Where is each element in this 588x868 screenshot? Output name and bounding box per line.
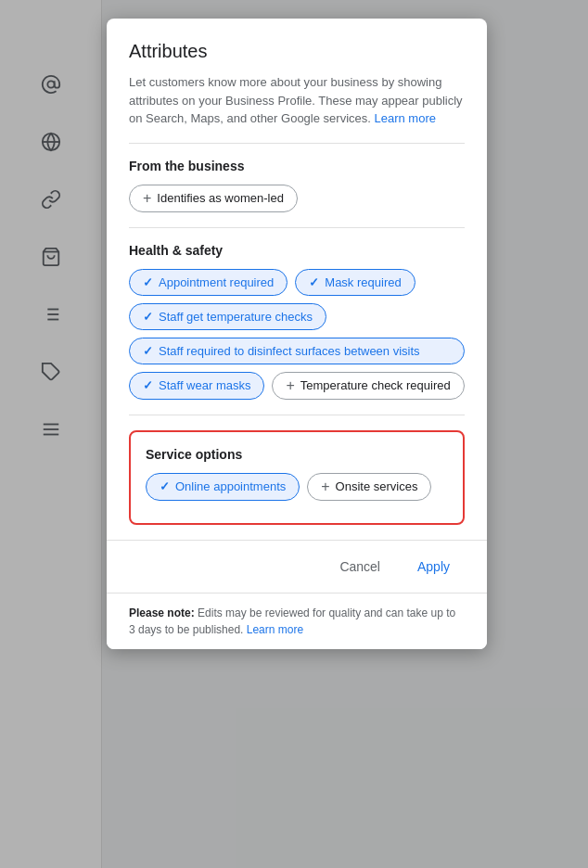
chip-staff-disinfect[interactable]: ✓ Staff required to disinfect surfaces b… [129, 338, 465, 364]
check-icon-1: ✓ [143, 275, 153, 289]
chip-plus-icon: + [143, 191, 151, 206]
divider-2 [129, 227, 465, 228]
divider-3 [129, 415, 465, 415]
modal-description: Let customers know more about your busin… [129, 73, 465, 128]
check-icon-3: ✓ [143, 310, 153, 324]
chip-temp-check-label: Temperature check required [300, 378, 451, 392]
modal-body: Attributes Let customers know more about… [107, 19, 487, 540]
divider-1 [129, 143, 465, 144]
chip-appointment-label: Appointment required [159, 275, 274, 289]
learn-more-link-top[interactable]: Learn more [375, 111, 436, 125]
note-bold: Please note: [129, 606, 195, 619]
apply-button[interactable]: Apply [403, 552, 465, 581]
check-icon-5: ✓ [143, 378, 153, 392]
from-business-section: From the business + Identifies as women-… [129, 159, 465, 212]
chip-appointment-required[interactable]: ✓ Appointment required [129, 269, 288, 296]
chip-plus-icon-2: + [286, 378, 294, 393]
check-icon-6: ✓ [160, 479, 170, 493]
chip-staff-temp-checks[interactable]: ✓ Staff get temperature checks [129, 303, 326, 330]
chip-women-led[interactable]: + Identifies as women-led [129, 185, 298, 212]
chip-online-appointments[interactable]: ✓ Online appointments [146, 473, 300, 501]
check-icon-2: ✓ [309, 275, 319, 289]
modal-title: Attributes [129, 41, 465, 62]
health-safety-title: Health & safety [129, 243, 465, 258]
chip-staff-wear-masks-label: Staff wear masks [159, 378, 250, 392]
from-business-chips: + Identifies as women-led [129, 185, 465, 212]
chip-onsite-services[interactable]: + Onsite services [307, 473, 431, 501]
chip-mask-label: Mask required [325, 275, 401, 289]
chip-women-led-label: Identifies as women-led [157, 191, 284, 205]
learn-more-link-note[interactable]: Learn more [247, 623, 303, 636]
chip-temp-check-required[interactable]: + Temperature check required [272, 372, 464, 400]
chip-mask-required[interactable]: ✓ Mask required [295, 269, 415, 296]
chip-staff-wear-masks[interactable]: ✓ Staff wear masks [129, 372, 264, 400]
service-options-title: Service options [146, 447, 448, 462]
check-icon-4: ✓ [143, 344, 153, 358]
chip-onsite-services-label: Onsite services [336, 479, 418, 493]
chip-plus-icon-3: + [321, 479, 329, 494]
cancel-button[interactable]: Cancel [325, 552, 395, 581]
chip-online-appointments-label: Online appointments [175, 479, 286, 493]
modal-footer: Cancel Apply [107, 540, 487, 593]
service-options-chips: ✓ Online appointments + Onsite services [146, 473, 448, 501]
modal-note: Please note: Edits may be reviewed for q… [107, 593, 487, 649]
attributes-modal: Attributes Let customers know more about… [107, 19, 487, 649]
chip-staff-temp-label: Staff get temperature checks [159, 310, 313, 324]
service-options-box: Service options ✓ Online appointments + … [129, 430, 465, 525]
from-business-title: From the business [129, 159, 465, 173]
chip-staff-disinfect-label: Staff required to disinfect surfaces bet… [159, 344, 420, 358]
health-safety-chips: ✓ Appointment required ✓ Mask required ✓… [129, 269, 465, 400]
health-safety-section: Health & safety ✓ Appointment required ✓… [129, 243, 465, 400]
